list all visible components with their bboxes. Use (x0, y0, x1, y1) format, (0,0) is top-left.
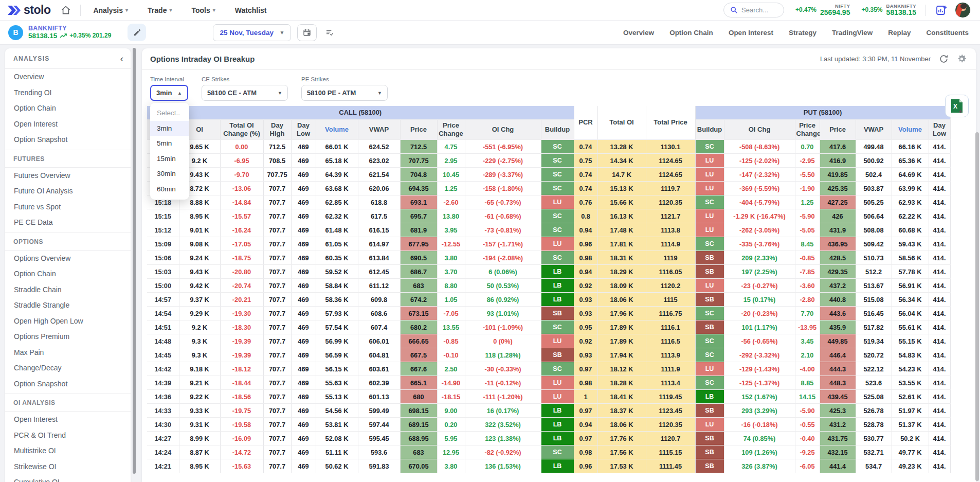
sidebar-item-overview[interactable]: Overview (5, 69, 131, 85)
table-row: 15:129.01 K-16.24707.746961.48 K616.1568… (147, 223, 950, 237)
nav-menu-tools[interactable]: Tools▾ (191, 6, 215, 14)
refresh-button[interactable] (939, 54, 949, 64)
cell-p_pc: -6.05 (795, 459, 820, 473)
dropdown-option-30min[interactable]: 30min (150, 166, 189, 182)
tab-option-chain[interactable]: Option Chain (669, 29, 713, 37)
cell-toc: -14.72 (220, 445, 263, 459)
sidebar-item-future-vs-spot[interactable]: Future vs Spot (5, 199, 131, 215)
search-box[interactable] (723, 3, 784, 17)
tab-replay[interactable]: Replay (888, 29, 911, 37)
buildup-badge: LU (695, 168, 724, 182)
sidebar-item-option-chain[interactable]: Option Chain (5, 266, 131, 282)
sidebar-item-future-oi-analysis[interactable]: Future OI Analysis (5, 183, 131, 199)
sidebar-item-pcr-oi-trend[interactable]: PCR & OI Trend (5, 427, 131, 443)
dropdown-option-15min[interactable]: 15min (150, 151, 189, 167)
sidebar-item-open-interest[interactable]: Open Interest (5, 412, 131, 427)
cell-price: 665.1 (400, 376, 437, 390)
cell-oic: 50 (0.53%) (465, 279, 541, 293)
tab-overview[interactable]: Overview (623, 29, 654, 37)
cell-time: 14:33 (147, 404, 179, 418)
cell-vwap: 620.06 (358, 182, 400, 195)
cell-pcr: 0.8 (574, 209, 597, 223)
search-input[interactable] (741, 6, 777, 14)
table-scrollbar[interactable] (975, 132, 979, 481)
stolo-logo[interactable]: stolo (7, 3, 50, 17)
cell-oic: 86 (0.92%) (465, 293, 541, 307)
sidebar-item-option-chain[interactable]: Option Chain (5, 100, 131, 116)
sidebar-item-cumulative-oi[interactable]: Cumulative OI (5, 474, 131, 482)
nav-menu-analysis[interactable]: Analysis▾ (93, 6, 128, 14)
sidebar-item-options-premium[interactable]: Options Premium (5, 329, 131, 345)
instrument-name[interactable]: BANKNIFTY (28, 25, 111, 32)
cell-p_price: 429.35 (820, 265, 856, 279)
cell-pc: 2.50 (437, 362, 465, 376)
sidebar-item-straddle-strangle[interactable]: Straddle Strangle (5, 297, 131, 313)
chart-plus-button[interactable] (935, 4, 948, 16)
sidebar-collapse-icon[interactable]: ‹ (120, 53, 123, 63)
sidebar-item-pe-ce-data[interactable]: PE CE Data (5, 215, 131, 230)
cell-time: 14:24 (147, 445, 179, 459)
cell-oic: 0 (0%) (465, 334, 541, 348)
dropdown-option-select[interactable]: Select.. (150, 105, 189, 121)
sidebar-item-open-high-open-low[interactable]: Open High Open Low (5, 313, 131, 329)
cell-pcr: 0.97 (574, 404, 597, 418)
cell-pcr: 0.94 (574, 265, 597, 279)
settings-button[interactable] (957, 54, 967, 64)
cell-vol: 61.05 K (316, 237, 358, 251)
sidebar-item-change-decay[interactable]: Change/Decay (5, 360, 131, 376)
cell-time: 15:06 (147, 251, 179, 265)
tab-constituents[interactable]: Constituents (927, 29, 969, 37)
table-row: 15:188.88 K-14.84707.746962.85 K618.8693… (147, 195, 950, 209)
time-interval-select[interactable]: 3min ▲ (150, 85, 188, 101)
sidebar-item-strikewise-oi[interactable]: Strikewise OI (5, 459, 131, 475)
sidebar-item-open-interest[interactable]: Open Interest (5, 116, 131, 132)
cell-p_pc: 7.70 (795, 307, 820, 320)
cell-pcr: 0.92 (574, 334, 597, 348)
cell-time: 15:00 (147, 279, 179, 293)
dropdown-option-3min[interactable]: 3min (150, 121, 189, 136)
cell-p_oic: -369 (-5.59%) (724, 182, 795, 195)
col-p_vol[interactable]: Volume (892, 119, 929, 140)
nav-menu-trade[interactable]: Trade▾ (148, 6, 172, 14)
cell-toc: -14.84 (220, 195, 263, 209)
sidebar-item-option-snapshot[interactable]: Option Snapshot (5, 376, 131, 392)
cell-p_pc: -4.00 (795, 362, 820, 376)
edit-instrument-button[interactable] (128, 24, 146, 41)
tab-open-interest[interactable]: Open Interest (729, 29, 773, 37)
expiry-date-select[interactable]: 25 Nov, Tuesday ▼ (213, 24, 291, 41)
cell-vwap: 617.5 (358, 209, 400, 223)
sidebar-item-options-overview[interactable]: Options Overview (5, 251, 131, 266)
cell-dh: 707.7 (263, 265, 291, 279)
cell-oic: -82 (-0.92%) (465, 445, 541, 459)
home-button[interactable] (61, 5, 71, 15)
calendar-button[interactable] (297, 24, 317, 41)
nav-menu-watchlist[interactable]: Watchlist (235, 6, 267, 14)
sidebar-item-option-snapshot[interactable]: Option Snapshot (5, 132, 131, 148)
dropdown-option-60min[interactable]: 60min (150, 182, 189, 197)
sidebar-item-max-pain[interactable]: Max Pain (5, 345, 131, 361)
ce-strikes-select[interactable]: 58100 CE - ATM ▼ (202, 85, 288, 101)
sidebar-item-straddle-chain[interactable]: Straddle Chain (5, 282, 131, 298)
cell-time: 14:21 (147, 459, 179, 473)
sidebar-item-trending-oi[interactable]: Trending OI (5, 85, 131, 101)
tab-tradingview[interactable]: TradingView (832, 29, 873, 37)
cell-pc: 3.95 (437, 223, 465, 237)
cell-tp: 1115.15 (646, 445, 695, 459)
cell-dl: 469 (291, 348, 316, 362)
sidebar-scrollbar[interactable] (133, 48, 136, 474)
pe-strikes-select[interactable]: 58100 PE - ATM ▼ (301, 85, 388, 101)
sidebar-section-label: FUTURES (5, 150, 131, 168)
cell-p_pc: -2.80 (795, 293, 820, 307)
sidebar-item-multistrike-oi[interactable]: Multistrike OI (5, 443, 131, 459)
sidebar-item-futures-overview[interactable]: Futures Overview (5, 168, 131, 184)
excel-download-button[interactable]: X (945, 95, 969, 117)
cell-p_pc: -13.95 (795, 320, 820, 334)
buildup-badge: LU (541, 237, 574, 251)
watchlist-check-button[interactable] (320, 24, 339, 41)
buildup-badge: SB (695, 404, 724, 418)
tab-strategy[interactable]: Strategy (789, 29, 816, 37)
dropdown-option-5min[interactable]: 5min (150, 136, 189, 151)
ce-strikes-label: CE Strikes (202, 76, 288, 82)
avatar[interactable] (955, 2, 971, 18)
col-vol[interactable]: Volume (316, 119, 358, 140)
